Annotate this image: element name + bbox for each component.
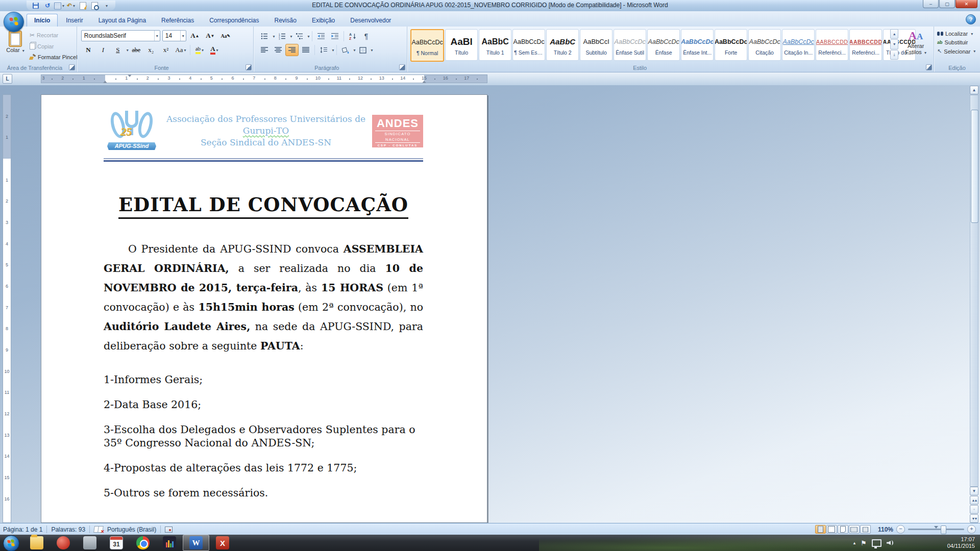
justify-button[interactable] <box>299 44 312 56</box>
subscript-button[interactable]: x₂ <box>144 44 158 56</box>
show-hidden-icons-button[interactable]: ▴ <box>853 540 856 545</box>
language-indicator[interactable]: Português (Brasil) <box>107 526 156 533</box>
zoom-slider-thumb[interactable] <box>941 525 946 534</box>
tab-selector[interactable]: L <box>3 74 12 84</box>
tab-in-cio[interactable]: Início <box>27 14 58 27</box>
print-preview-button[interactable] <box>89 1 100 10</box>
qat-customize-button[interactable]: ▾ <box>101 1 111 10</box>
document-agenda-list[interactable]: 1-Informes Gerais;2-Data Base 2016;3-Esc… <box>104 373 423 499</box>
change-case-button[interactable]: Aa▾ <box>174 44 188 56</box>
style-chip-t-tulo[interactable]: AaBlTítulo <box>445 29 478 61</box>
first-line-indent-marker[interactable] <box>128 74 132 77</box>
bullets-button[interactable] <box>258 30 271 42</box>
speaker-icon[interactable] <box>887 540 893 546</box>
taskbar-app-explorer[interactable] <box>23 535 50 551</box>
taskbar-app-media[interactable] <box>156 535 183 551</box>
tab-refer-ncias[interactable]: Referências <box>154 14 201 27</box>
style-chip-refer-nci-[interactable]: AABBCCDDReferênci... <box>849 29 882 61</box>
increase-indent-button[interactable] <box>328 30 341 42</box>
word-count[interactable]: Palavras: 93 <box>51 526 85 533</box>
borders-button[interactable] <box>356 44 370 56</box>
save-button[interactable] <box>31 1 41 10</box>
styles-dialog-launcher[interactable] <box>926 64 932 70</box>
scrollbar-track[interactable] <box>970 95 978 487</box>
tab-layout-da-p-gina[interactable]: Layout da Página <box>91 14 153 27</box>
page-indicator[interactable]: Página: 1 de 1 <box>3 526 42 533</box>
gallery-scroll-up-button[interactable]: ▲ <box>890 29 898 39</box>
numbering-button[interactable]: 123 <box>276 30 289 42</box>
italic-button[interactable]: I <box>96 44 110 56</box>
style-chip--normal[interactable]: AaBbCcDc¶ Normal <box>410 29 444 62</box>
font-size-combo[interactable]: 14 ▾ <box>162 30 186 41</box>
previous-page-button[interactable]: ▲▲ <box>970 496 978 505</box>
fullscreen-reading-view-button[interactable] <box>826 525 837 534</box>
action-center-flag-icon[interactable]: ⚑ <box>861 539 867 547</box>
font-dialog-launcher[interactable] <box>246 64 252 70</box>
undo-button[interactable]: ↶▾ <box>66 1 76 10</box>
taskbar-app-chrome[interactable] <box>130 535 156 551</box>
proofing-errors-icon[interactable] <box>93 526 104 533</box>
outline-view-button[interactable] <box>849 525 860 534</box>
style-chip-refer-nci-[interactable]: AABBCCDDReferênci... <box>816 29 848 61</box>
minimize-button[interactable]: – <box>923 0 939 8</box>
next-page-button[interactable]: ▼▼ <box>970 514 978 523</box>
multilevel-list-button[interactable] <box>293 30 306 42</box>
change-styles-button[interactable]: AA Alterar Estilos ▾ <box>900 30 931 66</box>
font-color-button[interactable]: A▾ <box>207 44 222 56</box>
taskbar-app-redx[interactable]: X <box>209 535 236 551</box>
style-chip-t-tulo-2[interactable]: AaBbCTítulo 2 <box>546 29 579 61</box>
tab-correspond-ncias[interactable]: Correspondências <box>202 14 266 27</box>
taskbar-app-player[interactable] <box>50 535 77 551</box>
tab-inserir[interactable]: Inserir <box>59 14 90 27</box>
scrollbar-thumb[interactable] <box>971 110 978 223</box>
horizontal-ruler[interactable]: 3211234567891011121314151617 <box>41 74 487 83</box>
chevron-down-icon[interactable]: ▾ <box>332 48 334 53</box>
style-chip--nfase-sutil[interactable]: AaBbCcDcÊnfase Sutil <box>614 29 646 61</box>
bold-button[interactable]: N <box>81 44 95 56</box>
scroll-down-button[interactable]: ▼ <box>970 487 978 495</box>
taskbar-clock[interactable]: 17:07 04/11/2015 <box>947 535 975 551</box>
zoom-level[interactable]: 110% <box>878 526 893 533</box>
sort-button[interactable]: AZ <box>346 30 359 42</box>
align-right-button[interactable] <box>285 44 299 56</box>
network-icon[interactable] <box>872 539 881 547</box>
format-painter-button[interactable]: Formatar Pincel <box>30 54 78 60</box>
right-indent-marker[interactable] <box>422 81 426 83</box>
decrease-indent-button[interactable] <box>314 30 328 42</box>
taskbar-app-word[interactable]: W <box>183 535 209 551</box>
zoom-in-button[interactable]: + <box>967 525 976 534</box>
chevron-down-icon[interactable]: ▾ <box>290 34 292 39</box>
style-chip-cita-o-in-[interactable]: AaBbCcDcCitação In... <box>782 29 815 61</box>
office-button[interactable] <box>4 12 24 32</box>
select-browse-object-button[interactable]: ◦ <box>970 505 978 514</box>
tab-exibi-o[interactable]: Exibição <box>305 14 342 27</box>
help-button[interactable]: ? <box>966 14 976 24</box>
zoom-slider[interactable] <box>908 529 964 530</box>
chevron-down-icon[interactable]: ▾ <box>308 34 310 39</box>
font-name-combo[interactable]: RoundslabSerif ▾ <box>81 30 160 41</box>
zoom-out-button[interactable]: − <box>896 525 905 534</box>
style-chip--nfase-int-[interactable]: AaBbCcDcÊnfase Int... <box>681 29 714 61</box>
find-button[interactable]: Localizar ▾ <box>937 31 975 37</box>
hanging-indent-marker[interactable] <box>103 81 107 83</box>
style-chip--nfase[interactable]: AaBbCcDcÊnfase <box>647 29 680 61</box>
chevron-down-icon[interactable]: ▾ <box>354 48 356 53</box>
clear-formatting-button[interactable]: Aa✎ <box>219 30 232 41</box>
table-button[interactable]: ▾ <box>54 1 64 10</box>
style-chip-forte[interactable]: AaBbCcDcForte <box>715 29 747 61</box>
tab-desenvolvedor[interactable]: Desenvolvedor <box>343 14 398 27</box>
maximize-button[interactable]: ▢ <box>939 0 955 8</box>
grow-font-button[interactable]: A▲ <box>188 30 202 41</box>
gallery-scroll-down-button[interactable]: ▼ <box>890 39 898 49</box>
web-layout-view-button[interactable] <box>838 525 848 534</box>
gallery-more-button[interactable]: ⤓ <box>890 50 898 60</box>
repeat-button[interactable]: ↺ <box>42 1 53 10</box>
close-button[interactable]: ✕ <box>955 0 977 8</box>
vertical-ruler[interactable]: 2112345678910111213141516 <box>3 94 11 523</box>
tab-revis-o[interactable]: Revisão <box>267 14 304 27</box>
style-chip-t-tulo-1[interactable]: AaBbCTítulo 1 <box>479 29 511 61</box>
strikethrough-button[interactable]: abe <box>129 44 143 56</box>
align-center-button[interactable] <box>272 44 285 56</box>
shrink-font-button[interactable]: A▼ <box>204 30 217 41</box>
taskbar-app-gray[interactable] <box>77 535 103 551</box>
